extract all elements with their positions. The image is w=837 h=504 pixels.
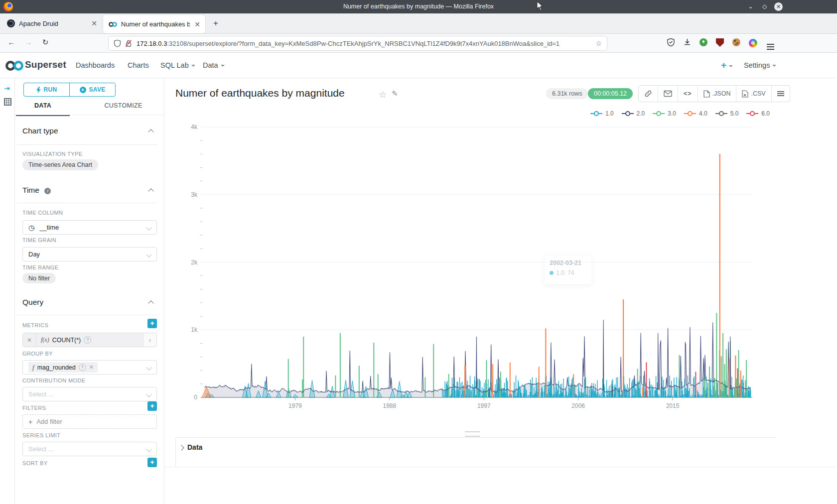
new-chart-plus-button[interactable]: + xyxy=(721,60,733,71)
section-query: Query xyxy=(22,298,43,307)
tracking-shield-icon[interactable] xyxy=(114,39,121,47)
legend-item[interactable]: 3.0 xyxy=(652,110,676,117)
help-icon: ? xyxy=(84,336,91,344)
collapse-chevron-icon[interactable] xyxy=(148,188,153,194)
share-link-button[interactable] xyxy=(639,86,658,102)
extension-asterisk-icon[interactable]: ✻ xyxy=(747,38,758,49)
window-titlebar[interactable]: Numer of earthquakes by magnitude — Mozi… xyxy=(0,0,837,13)
time-grain-select[interactable]: Day xyxy=(22,247,157,261)
collapse-chevron-icon[interactable] xyxy=(148,129,153,134)
export-csv-button[interactable]: .CSV xyxy=(736,86,771,102)
nav-charts[interactable]: Charts xyxy=(128,61,149,69)
insecure-lock-icon[interactable] xyxy=(125,39,133,47)
help-icon: ? xyxy=(79,364,86,371)
tab-close-icon[interactable]: ✕ xyxy=(91,19,97,27)
legend-item[interactable]: 1.0 xyxy=(590,110,614,117)
resize-handle[interactable] xyxy=(465,431,480,437)
menu-icon[interactable] xyxy=(765,38,776,49)
reload-icon[interactable]: ↻ xyxy=(40,38,51,47)
legend-label: 4.0 xyxy=(699,110,707,117)
tab-customize[interactable]: CUSTOMIZE xyxy=(95,102,152,115)
add-sort-button[interactable]: + xyxy=(147,458,157,467)
pocket-shield-icon[interactable] xyxy=(665,38,676,49)
save-button[interactable]: + SAVE xyxy=(70,83,115,96)
brand-name[interactable]: Superset xyxy=(25,59,66,70)
svg-text:1997: 1997 xyxy=(477,402,491,409)
chart-title[interactable]: Numer of earthquakes by magnitude xyxy=(175,87,345,99)
nav-data[interactable]: Data xyxy=(203,61,225,69)
legend-marker-icon xyxy=(746,111,759,117)
series-limit-select[interactable]: Select ... xyxy=(22,442,157,456)
svg-text:1k: 1k xyxy=(191,326,198,333)
add-filter-button[interactable]: + xyxy=(147,401,157,411)
bookmark-star-icon[interactable]: ☆ xyxy=(595,39,602,47)
metric-control[interactable]: ✕ f(x) COUNT(*) ? › xyxy=(22,333,157,347)
remove-icon[interactable]: ✕ xyxy=(89,364,94,371)
nav-dashboards[interactable]: Dashboards xyxy=(76,61,115,69)
groupby-pill[interactable]: f mag_rounded ? ✕ xyxy=(28,362,98,373)
edit-pencil-icon[interactable]: ✎ xyxy=(392,89,398,98)
close-button[interactable]: ✕ xyxy=(774,2,783,11)
tab-apache-druid[interactable]: Apache Druid ✕ xyxy=(0,13,102,33)
new-tab-button[interactable]: + xyxy=(213,18,218,28)
legend-label: 3.0 xyxy=(668,110,676,117)
legend-marker-icon xyxy=(621,111,634,117)
legend-item[interactable]: 4.0 xyxy=(684,110,707,117)
legend-item[interactable]: 2.0 xyxy=(621,110,645,117)
dataset-grid-icon[interactable] xyxy=(4,98,11,106)
minimize-button[interactable]: ⌄ xyxy=(746,2,755,11)
metric-pill[interactable]: f(x) COUNT(*) ? xyxy=(36,333,143,347)
side-rail: ⇥ xyxy=(0,78,15,504)
caret-down-icon xyxy=(772,65,776,67)
tab-earthquakes-chart[interactable]: Numer of earthquakes by ✕ xyxy=(103,15,205,33)
clock-icon: ◷ xyxy=(28,224,34,232)
maximize-button[interactable]: ◇ xyxy=(760,2,769,11)
tab-data[interactable]: DATA xyxy=(16,102,70,116)
control-panel: RUN + SAVE DATA CUSTOMIZE Chart type VIS… xyxy=(15,78,164,504)
cookie-icon[interactable] xyxy=(731,38,742,49)
nav-sql-lab[interactable]: SQL Lab xyxy=(160,61,195,69)
svg-text:0: 0 xyxy=(194,394,197,401)
privacy-badger-icon[interactable] xyxy=(698,38,709,49)
metrics-label: METRICS xyxy=(22,322,48,328)
url-text[interactable]: 172.18.0.3:32108/superset/explore/?form_… xyxy=(137,40,592,47)
back-icon[interactable]: ← xyxy=(6,38,17,46)
url-bar[interactable]: 172.18.0.3:32108/superset/explore/?form_… xyxy=(109,36,607,50)
forward-icon[interactable]: → xyxy=(23,38,34,46)
legend-item[interactable]: 6.0 xyxy=(746,110,770,117)
legend-marker-icon xyxy=(590,111,603,117)
contribution-select[interactable]: Select ... xyxy=(22,387,157,401)
nav-settings[interactable]: Settings xyxy=(744,61,776,69)
legend-item[interactable]: 5.0 xyxy=(715,110,739,117)
chevron-down-icon xyxy=(146,365,151,370)
remove-metric-icon[interactable]: ✕ xyxy=(23,333,36,347)
collapse-chevron-icon[interactable] xyxy=(148,300,153,306)
download-icon[interactable] xyxy=(682,38,693,49)
add-metric-button[interactable]: + xyxy=(147,319,157,328)
time-range-pill[interactable]: No filter xyxy=(22,273,56,283)
add-filter-dropzone[interactable]: + Add filter xyxy=(22,414,157,429)
viz-type-pill[interactable]: Time-series Area Chart xyxy=(22,159,98,170)
embed-code-button[interactable]: <> xyxy=(678,86,698,102)
time-column-select[interactable]: ◷ __time xyxy=(22,220,157,235)
email-button[interactable] xyxy=(658,86,678,102)
export-json-button[interactable]: .JSON xyxy=(698,86,737,102)
timeseries-area-chart[interactable]: 01k2k3k4k19791988199720062015 xyxy=(175,120,777,418)
svg-text:2006: 2006 xyxy=(571,402,585,409)
groupby-select[interactable]: f mag_rounded ? ✕ xyxy=(22,360,157,375)
ublock-icon[interactable] xyxy=(714,38,725,49)
svg-text:3k: 3k xyxy=(191,191,198,198)
legend-marker-icon xyxy=(652,111,665,117)
superset-logo[interactable] xyxy=(5,59,24,72)
expand-data-chevron-icon[interactable] xyxy=(178,445,184,450)
groupby-label: GROUP BY xyxy=(22,351,53,357)
expand-panel-icon[interactable]: ⇥ xyxy=(4,84,10,92)
chart-tooltip: 2002-03-21 1.0: 74 xyxy=(545,255,591,284)
legend-label: 1.0 xyxy=(605,110,614,117)
chart-menu-button[interactable] xyxy=(772,86,790,102)
run-button[interactable]: RUN xyxy=(24,83,70,96)
tab-close-icon[interactable]: ✕ xyxy=(194,20,200,28)
favorite-star-icon[interactable]: ☆ xyxy=(379,89,387,100)
data-panel-toggle[interactable]: Data xyxy=(187,443,202,451)
expand-metric-icon[interactable]: › xyxy=(143,333,156,347)
